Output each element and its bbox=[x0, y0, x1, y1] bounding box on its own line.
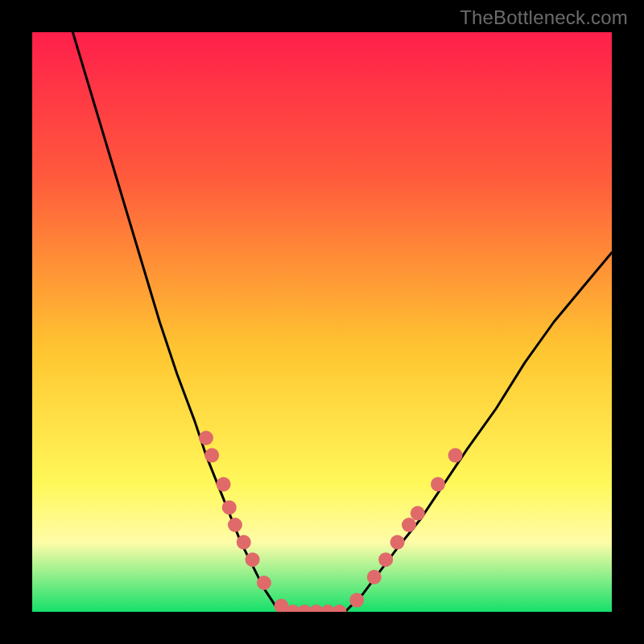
marker-point bbox=[402, 518, 416, 532]
marker-point bbox=[431, 477, 445, 492]
marker-point bbox=[378, 552, 393, 567]
marker-point bbox=[199, 431, 213, 445]
marker-point bbox=[246, 552, 260, 567]
marker-point bbox=[222, 500, 237, 514]
plot-background bbox=[32, 32, 612, 612]
marker-point bbox=[390, 535, 405, 550]
marker-point bbox=[349, 593, 364, 608]
marker-point bbox=[204, 448, 219, 463]
plot-area bbox=[32, 32, 612, 612]
marker-point bbox=[257, 576, 271, 590]
chart-frame: TheBottleneck.com bbox=[0, 0, 644, 644]
marker-point bbox=[217, 477, 231, 492]
marker-point bbox=[448, 448, 463, 463]
marker-point bbox=[228, 518, 242, 532]
marker-point bbox=[237, 535, 251, 550]
chart-svg bbox=[32, 32, 612, 612]
marker-point bbox=[367, 570, 382, 584]
marker-point bbox=[411, 506, 425, 521]
watermark-label: TheBottleneck.com bbox=[460, 6, 628, 29]
